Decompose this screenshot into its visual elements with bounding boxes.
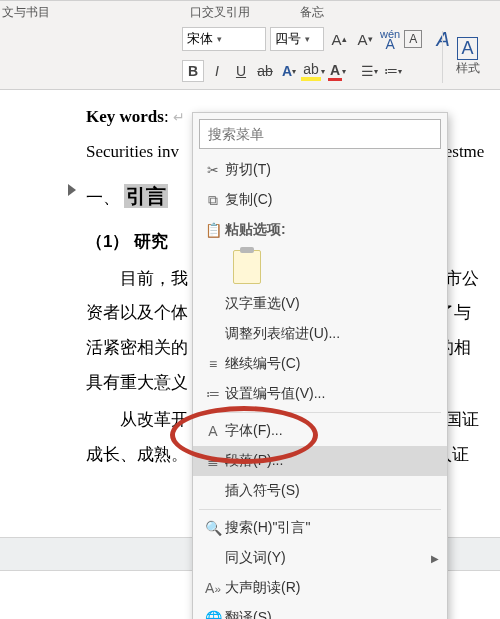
caret-icon: ▾ <box>217 34 222 44</box>
caret-icon: ▾ <box>305 34 310 44</box>
font-color-button[interactable]: A▾ <box>326 60 348 82</box>
grow-font-button[interactable]: A▴ <box>328 28 350 50</box>
numbering-button[interactable]: ≔▾ <box>382 60 404 82</box>
ribbon-top-row: 文与书目 口交叉引用 备忘 <box>0 1 500 23</box>
menu-translate[interactable]: 🌐翻译(S) <box>193 603 447 619</box>
menu-separator <box>199 412 441 413</box>
ribbon: 文与书目 口交叉引用 备忘 宋体▾ 四号▾ A▴ A▾ wénA A A B I… <box>0 0 500 90</box>
bold-button[interactable]: B <box>182 60 204 82</box>
menu-cut[interactable]: ✂剪切(T) <box>193 155 447 185</box>
ribbon-btn-crossref[interactable]: 口交叉引用 <box>190 4 250 21</box>
menu-copy[interactable]: ⧉复制(C) <box>193 185 447 215</box>
list-set-icon: ≔ <box>201 386 225 402</box>
menu-synonyms[interactable]: 同义词(Y)▶ <box>193 543 447 573</box>
h1-number: 一、 <box>86 188 120 207</box>
font-icon: A <box>201 423 225 439</box>
keywords-colon: : <box>164 107 169 126</box>
menu-search-selection[interactable]: 🔍搜索(H)"引言" <box>193 513 447 543</box>
styles-label: 样式 <box>456 60 480 77</box>
menu-hanzi-reconvert[interactable]: 汉字重选(V) <box>193 289 447 319</box>
text-frag: Securities inv <box>86 142 179 161</box>
strikethrough-button[interactable]: ab <box>254 60 276 82</box>
bullets-button[interactable]: ☰▾ <box>358 60 380 82</box>
char-border-button[interactable]: A <box>404 30 422 48</box>
read-aloud-icon: A» <box>201 580 225 596</box>
underline-button[interactable]: U <box>230 60 252 82</box>
ribbon-group-memo: 备忘 <box>300 4 324 21</box>
menu-paste-heading: 📋粘贴选项: <box>193 215 447 245</box>
translate-icon: 🌐 <box>201 610 225 619</box>
outline-collapse-icon[interactable] <box>68 184 76 196</box>
menu-paragraph[interactable]: ≣段落(P)... <box>193 446 447 476</box>
highlight-button[interactable]: ab▾ <box>302 60 324 82</box>
phonetic-guide-button[interactable]: wénA <box>380 29 400 49</box>
paste-keep-source-button[interactable] <box>233 250 261 284</box>
menu-search-input[interactable] <box>199 119 441 149</box>
scissors-icon: ✂ <box>201 162 225 178</box>
menu-adjust-indent[interactable]: 调整列表缩进(U)... <box>193 319 447 349</box>
menu-continue-numbering[interactable]: ≡继续编号(C) <box>193 349 447 379</box>
menu-read-aloud[interactable]: A»大声朗读(R) <box>193 573 447 603</box>
h2-title: 研究 <box>134 232 168 251</box>
list-icon: ≡ <box>201 356 225 372</box>
keywords-label: Key words <box>86 107 164 126</box>
styles-icon: A <box>457 37 477 60</box>
font-size-dropdown[interactable]: 四号▾ <box>270 27 324 51</box>
search-icon: 🔍 <box>201 520 225 536</box>
copy-icon: ⧉ <box>201 192 225 209</box>
pilcrow-icon: ↵ <box>173 110 185 125</box>
menu-paste-options <box>193 245 447 289</box>
font-name-value: 宋体 <box>187 30 213 48</box>
italic-button[interactable]: I <box>206 60 228 82</box>
font-name-dropdown[interactable]: 宋体▾ <box>182 27 266 51</box>
menu-set-number-value[interactable]: ≔设置编号值(V)... <box>193 379 447 409</box>
clipboard-icon: 📋 <box>201 222 225 238</box>
menu-font[interactable]: A字体(F)... <box>193 416 447 446</box>
h2-number: （1） <box>86 232 129 251</box>
paragraph-icon: ≣ <box>201 453 225 469</box>
chevron-right-icon: ▶ <box>431 553 439 564</box>
h1-title-selected[interactable]: 引言 <box>124 184 168 208</box>
context-menu: ✂剪切(T) ⧉复制(C) 📋粘贴选项: 汉字重选(V) 调整列表缩进(U)..… <box>192 112 448 619</box>
shrink-font-button[interactable]: A▾ <box>354 28 376 50</box>
styles-group[interactable]: A 样式 <box>442 31 492 83</box>
ribbon-group-citations: 文与书目 <box>2 4 50 21</box>
font-size-value: 四号 <box>275 30 301 48</box>
menu-insert-symbol[interactable]: 插入符号(S) <box>193 476 447 506</box>
menu-separator <box>199 509 441 510</box>
text-effects-button[interactable]: A▾ <box>278 60 300 82</box>
menu-search-wrap <box>199 119 441 149</box>
